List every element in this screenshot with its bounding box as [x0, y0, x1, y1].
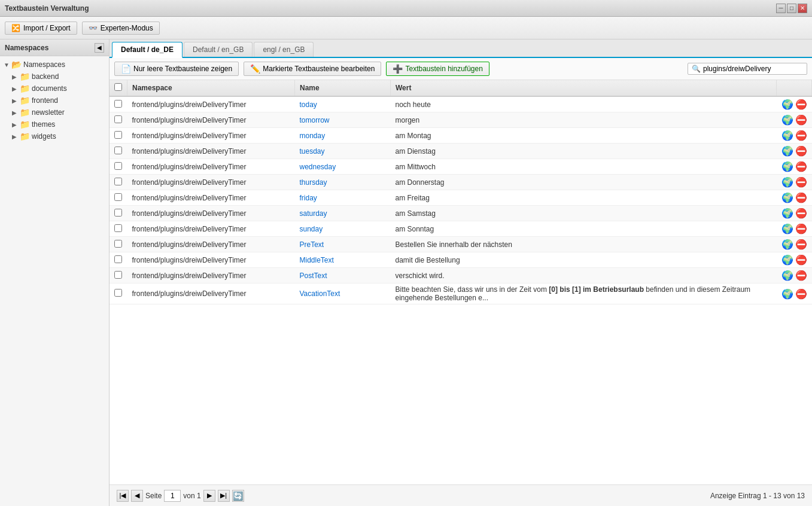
sidebar-item-backend[interactable]: ▶ 📁 backend — [0, 71, 109, 83]
sidebar-item-themes[interactable]: ▶ 📁 themes — [0, 118, 109, 130]
globe-icon[interactable]: 🌍 — [781, 130, 793, 141]
globe-icon[interactable]: 🌍 — [781, 239, 793, 250]
globe-icon[interactable]: 🌍 — [781, 99, 793, 110]
row-namespace: frontend/plugins/dreiwDeliveryTimer — [127, 268, 295, 284]
search-input[interactable] — [703, 65, 803, 73]
delete-icon[interactable]: ⛔ — [795, 161, 807, 172]
row-actions: 🌍 ⛔ — [777, 284, 812, 304]
globe-icon[interactable]: 🌍 — [781, 270, 793, 281]
row-actions: 🌍 ⛔ — [777, 206, 812, 221]
row-checkbox[interactable] — [114, 271, 122, 279]
col-header-check — [110, 80, 127, 96]
sidebar-item-label: Namespaces — [23, 60, 65, 69]
minimize-button[interactable]: ─ — [776, 4, 786, 13]
globe-icon[interactable]: 🌍 — [781, 254, 793, 266]
row-name-link[interactable]: tuesday — [300, 147, 325, 156]
row-name-link[interactable]: monday — [300, 132, 326, 140]
globe-icon[interactable]: 🌍 — [781, 114, 793, 126]
row-checkbox[interactable] — [114, 147, 122, 154]
delete-icon[interactable]: ⛔ — [795, 99, 807, 110]
row-checkbox-cell — [110, 284, 127, 304]
row-checkbox-cell — [110, 237, 127, 252]
hinzufuegen-button[interactable]: ➕ Textbaustein hinzufügen — [386, 62, 489, 76]
row-checkbox[interactable] — [114, 178, 122, 185]
delete-icon[interactable]: ⛔ — [795, 223, 807, 234]
row-name-link[interactable]: saturday — [300, 209, 327, 218]
row-name-link[interactable]: thursday — [300, 178, 327, 187]
sidebar: Namespaces ◀ ▼ 📂 Namespaces ▶ 📁 backend … — [0, 39, 110, 506]
main-layout: Namespaces ◀ ▼ 📂 Namespaces ▶ 📁 backend … — [0, 39, 812, 506]
row-checkbox[interactable] — [114, 162, 122, 170]
row-name-link[interactable]: friday — [300, 194, 317, 202]
tab-engl-en-gb[interactable]: engl / en_GB — [254, 42, 314, 57]
globe-icon[interactable]: 🌍 — [781, 208, 793, 219]
row-name-link[interactable]: sunday — [300, 225, 323, 233]
row-name-link[interactable]: today — [300, 100, 317, 109]
next-page-button[interactable]: ▶ — [203, 490, 215, 502]
delete-icon[interactable]: ⛔ — [795, 254, 807, 266]
nur-leere-button[interactable]: 📄 Nur leere Textbausteine zeigen — [114, 62, 239, 76]
row-name: monday — [295, 128, 391, 144]
sidebar-item-frontend[interactable]: ▶ 📁 frontend — [0, 95, 109, 106]
row-checkbox[interactable] — [114, 240, 122, 248]
sidebar-item-namespaces[interactable]: ▼ 📂 Namespaces — [0, 59, 109, 71]
delete-icon[interactable]: ⛔ — [795, 288, 807, 300]
globe-icon[interactable]: 🌍 — [781, 176, 793, 188]
pagination-status: Anzeige Eintrag 1 - 13 von 13 — [710, 492, 805, 500]
row-checkbox[interactable] — [114, 100, 122, 108]
first-page-button[interactable]: |◀ — [117, 490, 129, 502]
globe-icon[interactable]: 🌍 — [781, 145, 793, 157]
globe-icon[interactable]: 🌍 — [781, 223, 793, 234]
row-name-link[interactable]: VacationText — [300, 289, 340, 298]
experten-modus-button[interactable]: 👓 Experten-Modus — [82, 22, 160, 35]
row-checkbox-cell — [110, 252, 127, 268]
delete-icon[interactable]: ⛔ — [795, 192, 807, 203]
row-name-link[interactable]: PostText — [300, 272, 327, 280]
row-checkbox[interactable] — [114, 115, 122, 123]
row-name-link[interactable]: wednesday — [300, 163, 336, 171]
row-checkbox[interactable] — [114, 193, 122, 201]
row-checkbox[interactable] — [114, 209, 122, 217]
prev-page-button[interactable]: ◀ — [131, 490, 143, 502]
globe-icon[interactable]: 🌍 — [781, 192, 793, 203]
globe-icon[interactable]: 🌍 — [781, 161, 793, 172]
delete-icon[interactable]: ⛔ — [795, 176, 807, 188]
nur-leere-label: Nur leere Textbausteine zeigen — [133, 65, 232, 73]
row-name-link[interactable]: MiddleText — [300, 256, 334, 264]
page-number-input[interactable] — [164, 490, 181, 502]
import-export-button[interactable]: 🔀 Import / Export — [5, 22, 77, 35]
markierte-bearbeiten-button[interactable]: ✏️ Markierte Textbausteine bearbeiten — [244, 62, 381, 76]
row-checkbox[interactable] — [114, 289, 122, 297]
tab-default-de[interactable]: Default / de_DE — [112, 42, 183, 58]
delete-icon[interactable]: ⛔ — [795, 145, 807, 157]
sidebar-item-label: frontend — [32, 96, 58, 105]
tab-default-en-gb[interactable]: Default / en_GB — [184, 42, 253, 57]
sidebar-collapse-button[interactable]: ◀ — [95, 43, 104, 53]
row-checkbox[interactable] — [114, 224, 122, 232]
maximize-button[interactable]: □ — [787, 4, 796, 13]
row-name-link[interactable]: PreText — [300, 240, 324, 249]
delete-icon[interactable]: ⛔ — [795, 114, 807, 126]
delete-icon[interactable]: ⛔ — [795, 130, 807, 141]
row-name-link[interactable]: tomorrow — [300, 116, 330, 124]
row-checkbox[interactable] — [114, 131, 122, 139]
col-header-namespace: Namespace — [127, 80, 295, 96]
sidebar-item-widgets[interactable]: ▶ 📁 widgets — [0, 130, 109, 142]
select-all-checkbox[interactable] — [114, 83, 122, 91]
delete-icon[interactable]: ⛔ — [795, 270, 807, 281]
last-page-button[interactable]: ▶| — [218, 490, 230, 502]
row-checkbox[interactable] — [114, 255, 122, 263]
row-name: thursday — [295, 175, 391, 190]
row-actions: 🌍 ⛔ — [777, 159, 812, 175]
row-actions: 🌍 ⛔ — [777, 221, 812, 237]
tree-toggle: ▶ — [12, 86, 18, 92]
tree-toggle: ▶ — [12, 97, 18, 104]
delete-icon[interactable]: ⛔ — [795, 208, 807, 219]
refresh-button[interactable]: 🔄 — [232, 490, 244, 502]
sidebar-item-documents[interactable]: ▶ 📁 documents — [0, 83, 109, 95]
delete-icon[interactable]: ⛔ — [795, 239, 807, 250]
tab-label: Default / de_DE — [121, 45, 174, 54]
sidebar-item-newsletter[interactable]: ▶ 📁 newsletter — [0, 106, 109, 118]
close-button[interactable]: ✕ — [798, 4, 807, 13]
globe-icon[interactable]: 🌍 — [781, 288, 793, 300]
